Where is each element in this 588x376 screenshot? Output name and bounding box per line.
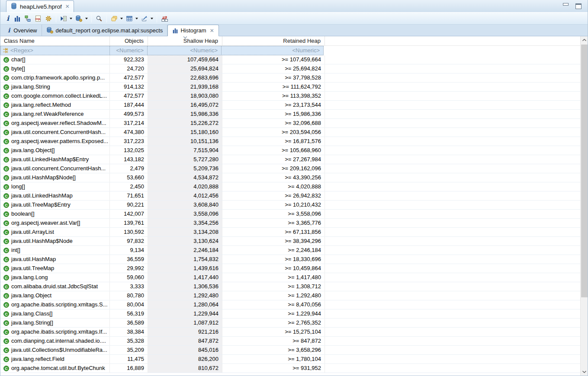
table-row[interactable]: C java.util.TreeMap$Entry 90,221 3,608,8… (0, 201, 580, 210)
run-expert-test-dropdown-icon[interactable] (70, 18, 72, 19)
class-icon: C (3, 130, 9, 135)
tab-close-icon[interactable]: ✕ (210, 28, 214, 34)
shallow-heap-cell: 18,903,080 (148, 92, 222, 100)
tab-histogram[interactable]: Histogram ✕ (167, 25, 218, 36)
column-header-retained-heap[interactable]: Retained Heap (222, 36, 325, 45)
table-row[interactable]: C java.lang.Long 59,060 1,417,440 >= 1,4… (0, 273, 580, 282)
table-row[interactable]: C java.util.concurrent.ConcurrentHash...… (0, 128, 580, 137)
editor-tabbar: heapLive5.hprof ✕ (0, 0, 588, 12)
histogram-button[interactable] (12, 13, 22, 24)
retained-heap-cell: >= 107,459,664 (222, 55, 325, 64)
class-name-cell: C java.lang.String (0, 83, 110, 91)
table-row[interactable]: C org.aspectj.weaver.reflect.ShadowM... … (0, 119, 580, 128)
class-name-cell: C boolean[] (0, 210, 110, 218)
class-icon: C (3, 84, 9, 90)
objects-cell: 36,589 (110, 319, 148, 327)
editor-tab-heap-dump[interactable]: heapLive5.hprof ✕ (6, 0, 74, 12)
column-header-class-name[interactable]: Class Name (0, 36, 110, 45)
table-row[interactable]: C java.util.LinkedHashMap 71,651 4,012,4… (0, 191, 580, 201)
table-row[interactable]: C java.lang.reflect.Method 187,444 16,49… (0, 101, 580, 110)
table-row[interactable]: C byte[] 24,720 25,694,824 >= 25,694,824 (0, 64, 580, 73)
table-row[interactable]: C java.util.Collections$UnmodifiableRa..… (0, 346, 580, 355)
export-button[interactable] (139, 13, 150, 24)
class-name-cell: C org.apache.ibatis.scripting.xmltags.S.… (0, 300, 110, 309)
table-row[interactable]: C java.lang.reflect.Field 11,475 826,200… (0, 355, 580, 364)
maximize-icon[interactable] (575, 3, 582, 9)
group-by-button[interactable] (109, 13, 119, 24)
class-name-cell: C long[] (0, 182, 110, 191)
table-row[interactable]: C boolean[] 142,007 3,558,096 >= 3,558,0… (0, 210, 580, 219)
tab-overview[interactable]: i Overview (2, 25, 42, 36)
shallow-heap-filter-input[interactable]: <Numeric> (147, 46, 222, 55)
table-row[interactable]: C java.util.HashMap 36,559 1,754,832 >= … (0, 255, 580, 264)
scrollbar-thumb[interactable] (581, 45, 588, 297)
table-row[interactable]: C java.util.HashMap$Node 97,832 3,130,62… (0, 237, 580, 246)
objects-cell: 499,573 (110, 110, 148, 118)
class-name-text: com.ctrip.framework.apollo.spring.p... (11, 73, 105, 82)
shallow-heap-cell: 107,459,664 (148, 55, 222, 64)
table-row[interactable]: C com.alibaba.druid.stat.JdbcSqlStat 3,3… (0, 282, 580, 291)
minimize-icon[interactable] (563, 3, 569, 6)
retained-heap-cell: >= 1,229,944 (222, 309, 325, 318)
run-expert-test-button[interactable] (58, 13, 69, 24)
info-icon: i (5, 15, 10, 22)
class-name-cell: C org.aspectj.weaver.reflect.ShadowM... (0, 119, 110, 127)
column-header-shallow-heap[interactable]: Shallow Heap (148, 36, 222, 45)
table-row[interactable]: C java.util.concurrent.ConcurrentHash...… (0, 164, 580, 173)
shallow-heap-cell: 4,012,456 (148, 191, 222, 200)
table-row[interactable]: C java.util.HashMap$Node[] 53,660 4,534,… (0, 173, 580, 182)
table-row[interactable]: C java.lang.String 914,132 21,939,168 >=… (0, 83, 580, 92)
report-icon (46, 27, 54, 34)
table-row[interactable]: C char[] 922,323 107,459,664 >= 107,459,… (0, 55, 580, 64)
scroll-up-icon[interactable] (581, 36, 588, 44)
class-name-cell: C java.util.TreeMap (0, 264, 110, 273)
table-row[interactable]: C java.lang.Class[] 56,319 1,229,944 >= … (0, 309, 580, 319)
table-row[interactable]: C long[] 2,450 4,020,888 >= 4,020,888 (0, 182, 580, 191)
column-header-objects[interactable]: Objects (110, 36, 148, 45)
shallow-heap-cell: 1,439,616 (148, 264, 222, 273)
shallow-heap-cell: 21,939,168 (148, 83, 222, 91)
info-button[interactable]: i (3, 13, 12, 24)
table-row[interactable]: C java.lang.ref.WeakReference 499,573 15… (0, 110, 580, 119)
table-row[interactable]: C java.lang.Object 80,780 1,292,480 >= 1… (0, 291, 580, 300)
table-row[interactable]: C com.google.common.collect.LinkedL... 4… (0, 92, 580, 101)
tab-default-report[interactable]: default_report org.eclipse.mat.api:suspe… (42, 25, 168, 36)
objects-filter-input[interactable]: <Numeric> (109, 46, 148, 55)
scroll-down-icon[interactable] (581, 368, 588, 376)
table-row[interactable]: C org.apache.tomcat.util.buf.ByteChunk 1… (0, 364, 580, 373)
class-name-text: org.apache.ibatis.scripting.xmltags.If..… (11, 328, 107, 336)
table-row[interactable]: C java.lang.String[] 36,589 1,087,912 >=… (0, 319, 580, 328)
table-header: Class Name Objects Shallow Heap Retained… (0, 36, 580, 46)
dominator-tree-button[interactable] (22, 13, 33, 24)
thread-overview-button[interactable] (43, 13, 54, 24)
shallow-heap-cell: 4,534,872 (148, 173, 222, 182)
shallow-heap-cell: 921,216 (148, 328, 222, 336)
class-name-text: java.lang.Class[] (11, 309, 52, 318)
table-row[interactable]: C int[] 9,134 2,246,184 >= 2,246,184 (0, 246, 580, 255)
table-row[interactable]: C java.util.ArrayList 130,592 3,134,208 … (0, 228, 580, 237)
table-row[interactable]: C java.lang.Object[] 132,025 7,515,904 >… (0, 146, 580, 155)
table-row[interactable]: C org.apache.ibatis.scripting.xmltags.S.… (0, 300, 580, 309)
shallow-heap-cell: 1,229,944 (148, 309, 222, 318)
calculate-retained-size-button[interactable] (124, 13, 135, 24)
regex-filter-input[interactable]: <Regex> (0, 46, 110, 55)
group-by-dropdown-icon[interactable] (120, 18, 123, 19)
table-row[interactable]: C org.aspectj.weaver.patterns.Exposed...… (0, 137, 580, 146)
query-browser-button[interactable] (74, 13, 84, 24)
table-row[interactable]: C com.ctrip.framework.apollo.spring.p...… (0, 73, 580, 83)
calculate-retained-size-dropdown-icon[interactable] (135, 18, 138, 19)
search-button[interactable] (94, 13, 104, 24)
retained-heap-filter-input[interactable]: <Numeric> (221, 46, 324, 55)
table-row[interactable]: C org.apache.ibatis.scripting.xmltags.If… (0, 328, 580, 337)
export-dropdown-icon[interactable] (151, 18, 153, 19)
class-icon: C (3, 293, 9, 299)
editor-tab-close-icon[interactable]: ✕ (65, 3, 70, 10)
query-browser-dropdown-icon[interactable] (85, 18, 88, 19)
table-row[interactable]: C java.util.LinkedHashMap$Entry 143,182 … (0, 155, 580, 164)
table-row[interactable]: C org.aspectj.weaver.ast.Var[] 139,761 3… (0, 219, 580, 228)
vertical-scrollbar[interactable] (580, 36, 588, 376)
table-row[interactable]: C java.util.TreeMap 29,992 1,439,616 >= … (0, 264, 580, 273)
compare-tables-button[interactable] (159, 13, 170, 24)
table-row[interactable]: C com.dianping.cat.internal.shaded.io...… (0, 337, 580, 346)
oql-button[interactable]: OQL (33, 13, 43, 24)
